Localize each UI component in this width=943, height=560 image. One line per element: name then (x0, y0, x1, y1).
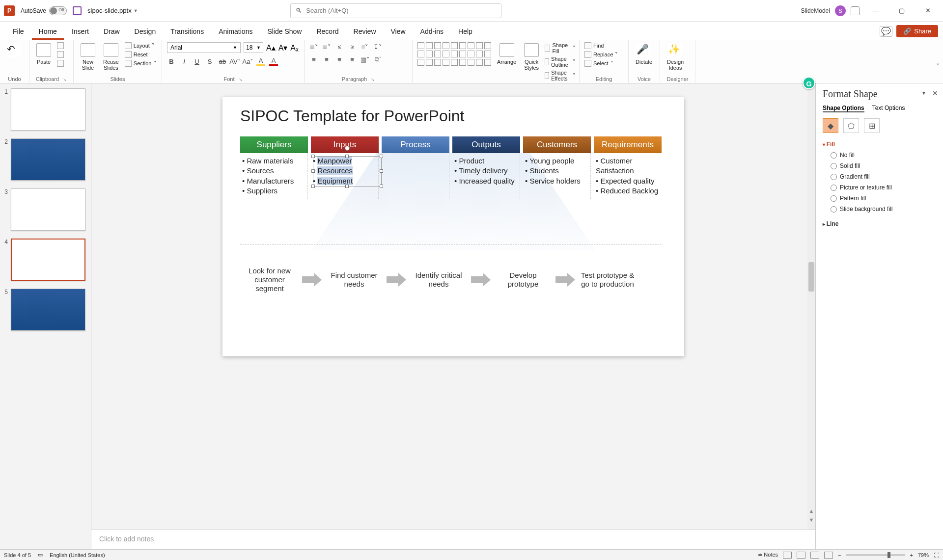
font-family-select[interactable]: Arial▼ (167, 42, 241, 53)
design-ideas-button[interactable]: ✨Design Ideas (665, 42, 686, 72)
select-button[interactable]: Select ˅ (584, 60, 618, 67)
flow-step-5[interactable]: Test prototype & go to production (578, 271, 637, 289)
header-outputs[interactable]: Outputs (452, 136, 520, 153)
section-line[interactable]: Line (823, 220, 936, 227)
align-center-button[interactable]: ≡ (322, 55, 331, 64)
layout-button[interactable]: Layout ˅ (125, 42, 157, 49)
tab-transitions[interactable]: Transitions (164, 25, 211, 40)
smartart-button[interactable]: ⧉˅ (373, 55, 382, 64)
minimize-button[interactable]: — (864, 0, 886, 22)
fill-line-tab[interactable]: ◆ (823, 118, 838, 133)
spacing-button[interactable]: AV˅ (231, 57, 240, 66)
tab-draw[interactable]: Draw (97, 25, 127, 40)
mic-icon[interactable] (851, 6, 860, 15)
header-customers[interactable]: Customers (523, 136, 591, 153)
pane-close-button[interactable]: ✕ (932, 89, 938, 97)
tab-animations[interactable]: Animations (212, 25, 259, 40)
opt-gradient-fill[interactable]: Gradient fill (831, 173, 936, 180)
tab-view[interactable]: View (384, 25, 413, 40)
arrow-icon[interactable] (471, 273, 491, 287)
reuse-slides-button[interactable]: Reuse Slides (101, 42, 121, 72)
resize-handle[interactable] (380, 185, 383, 188)
selection-box[interactable] (313, 156, 382, 187)
linespacing-button[interactable]: ≡˅ (361, 42, 369, 51)
notes-pane[interactable]: Click to add notes (91, 530, 815, 549)
shape-effects-button[interactable]: Shape Effects ˅ (545, 70, 576, 81)
accessibility-icon[interactable]: ▭ (38, 552, 43, 558)
zoom-value[interactable]: 79% (918, 552, 929, 558)
tab-file[interactable]: File (6, 25, 31, 40)
sorter-view-button[interactable] (797, 552, 805, 559)
restore-button[interactable]: ▢ (891, 0, 913, 22)
shadow-button[interactable]: S (205, 57, 214, 66)
bold-button[interactable]: B (167, 57, 176, 66)
resize-handle[interactable] (345, 155, 349, 158)
opt-pattern-fill[interactable]: Pattern fill (831, 195, 936, 202)
paragraph-launcher[interactable]: ↘ (371, 77, 375, 82)
close-button[interactable]: ✕ (917, 0, 939, 22)
new-slide-button[interactable]: New Slide (79, 42, 97, 72)
highlight-button[interactable]: A (256, 57, 265, 66)
zoom-in-button[interactable]: + (910, 552, 913, 558)
tab-insert[interactable]: Insert (65, 25, 96, 40)
flow-step-3[interactable]: Identify critical needs (409, 271, 468, 289)
thumbnails-panel[interactable]: 1 2 3 4 5 (0, 83, 91, 549)
notes-toggle[interactable]: ≐ Notes (758, 552, 778, 558)
clipboard-launcher[interactable]: ↘ (63, 77, 67, 82)
status-lang[interactable]: English (United States) (50, 552, 105, 558)
tab-slideshow[interactable]: Slide Show (260, 25, 308, 40)
tab-text-options[interactable]: Text Options (872, 105, 905, 112)
textdir-button[interactable]: ↧˅ (373, 42, 382, 51)
section-fill[interactable]: Fill (823, 141, 936, 148)
resize-handle[interactable] (380, 169, 383, 173)
grammarly-badge[interactable]: G (803, 77, 815, 89)
tab-shape-options[interactable]: Shape Options (823, 105, 864, 112)
share-button[interactable]: 🔗Share (896, 25, 938, 37)
shapes-gallery[interactable] (417, 42, 491, 66)
reset-button[interactable]: Reset (125, 51, 157, 58)
col-outputs[interactable]: ProductTimely deliveryIncreased quality (452, 153, 520, 199)
quick-styles-button[interactable]: Quick Styles (522, 42, 541, 72)
col-suppliers[interactable]: Raw materialsSourcesManufacturersSupplie… (240, 153, 308, 199)
avatar[interactable]: S (835, 5, 846, 16)
undo-button[interactable]: ↶ (5, 42, 24, 58)
resize-handle[interactable] (345, 185, 349, 188)
col-requirements[interactable]: Customer SatisfactionExpected qualityRed… (594, 153, 662, 199)
shape-outline-button[interactable]: Shape Outline ˅ (545, 56, 576, 68)
arrow-icon[interactable] (555, 273, 575, 287)
columns-button[interactable]: ▥˅ (361, 55, 369, 64)
flow-step-2[interactable]: Find customer needs (325, 271, 384, 289)
underline-button[interactable]: U (193, 57, 201, 66)
slide-thumb-3[interactable] (11, 188, 85, 231)
header-suppliers[interactable]: Suppliers (240, 136, 308, 153)
slide-thumb-1[interactable] (11, 88, 85, 131)
save-icon[interactable] (73, 6, 82, 15)
vertical-scrollbar[interactable] (807, 83, 815, 530)
next-slide-button[interactable]: ▼ (809, 517, 814, 523)
arrange-button[interactable]: Arrange (495, 42, 518, 66)
align-left-button[interactable]: ≡ (309, 55, 318, 64)
tab-review[interactable]: Review (347, 25, 383, 40)
opt-solid-fill[interactable]: Solid fill (831, 162, 936, 169)
resize-handle[interactable] (311, 185, 315, 188)
autosave-toggle[interactable]: Off (49, 6, 67, 15)
font-launcher[interactable]: ↘ (239, 77, 243, 82)
slide-title[interactable]: SIPOC Template for PowerPoint (240, 107, 465, 125)
changecase-button[interactable]: Aa˅ (244, 57, 252, 66)
pane-options-button[interactable]: ▼ (921, 90, 926, 96)
opt-picture-fill[interactable]: Picture or texture fill (831, 184, 936, 191)
search-input[interactable]: 🔍︎ Search (Alt+Q) (290, 3, 501, 18)
format-painter-button[interactable] (57, 60, 64, 67)
collapse-ribbon-button[interactable]: ⌄ (936, 60, 940, 66)
fontcolor-button[interactable]: A (269, 57, 278, 66)
tab-help[interactable]: Help (451, 25, 479, 40)
find-button[interactable]: Find (584, 42, 618, 49)
align-justify-button[interactable]: ≡ (348, 55, 357, 64)
indent-button[interactable]: ≥ (348, 42, 357, 51)
col-process[interactable] (382, 153, 449, 199)
paste-button[interactable]: Paste (34, 42, 53, 66)
section-button[interactable]: Section ˅ (125, 60, 157, 67)
increase-font-button[interactable]: A▴ (266, 43, 276, 53)
arrow-icon[interactable] (387, 273, 406, 287)
tab-addins[interactable]: Add-ins (414, 25, 450, 40)
